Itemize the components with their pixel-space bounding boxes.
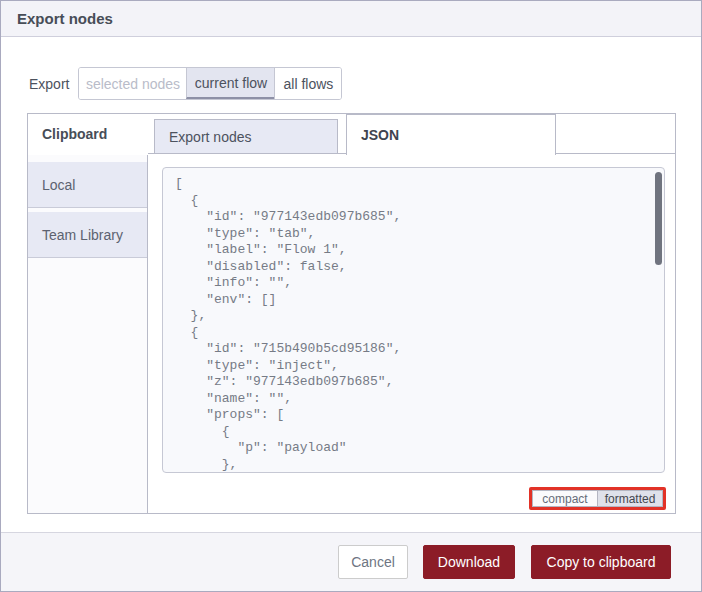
json-code-content: [ { "id": "977143edb097b685", "type": "t… <box>163 168 664 473</box>
dialog-footer: Cancel Download Copy to clipboard <box>1 532 701 591</box>
format-toggle-annotation-box: compact formatted <box>529 487 666 510</box>
dialog-header: Export nodes <box>1 1 701 37</box>
tab-json[interactable]: JSON <box>346 114 556 155</box>
cancel-button[interactable]: Cancel <box>338 545 408 579</box>
export-option-current-flow[interactable]: current flow <box>186 68 274 99</box>
scrollbar-thumb[interactable] <box>655 172 662 265</box>
download-button[interactable]: Download <box>423 545 515 579</box>
format-toggle-group: compact formatted <box>532 490 663 507</box>
compact-button[interactable]: compact <box>533 491 597 506</box>
export-nodes-dialog: Export nodes Export selected nodes curre… <box>0 0 702 592</box>
export-scope-button-group: selected nodes current flow all flows <box>78 67 342 100</box>
clipboard-sidebar: Local Team Library <box>28 155 148 513</box>
sidebar-item-local[interactable]: Local <box>28 162 147 208</box>
copy-to-clipboard-button[interactable]: Copy to clipboard <box>531 545 671 579</box>
formatted-button[interactable]: formatted <box>597 491 662 506</box>
json-export-textarea[interactable]: [ { "id": "977143edb097b685", "type": "t… <box>162 167 665 473</box>
tab-export-nodes[interactable]: Export nodes <box>154 119 338 154</box>
dialog-title: Export nodes <box>17 10 113 27</box>
export-scope-row: Export selected nodes current flow all f… <box>29 67 342 100</box>
sidebar-item-team-library[interactable]: Team Library <box>28 212 147 258</box>
export-label: Export <box>29 76 69 92</box>
export-option-all-flows[interactable]: all flows <box>274 68 341 99</box>
sidebar-header-clipboard: Clipboard <box>28 114 148 154</box>
clipboard-panel: Clipboard Export nodes JSON Local Team L… <box>27 113 676 514</box>
export-option-selected-nodes[interactable]: selected nodes <box>79 68 186 99</box>
